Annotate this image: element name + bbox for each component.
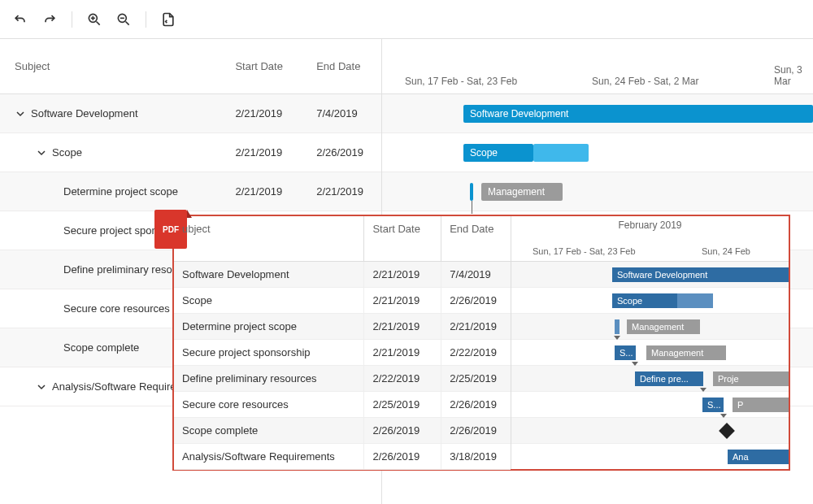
task-end: 7/4/2019 bbox=[316, 107, 381, 119]
pdf-row: Secure project sponsorship2/21/20192/22/… bbox=[174, 340, 511, 366]
gantt-bar[interactable]: Software Development bbox=[463, 105, 813, 123]
task-subject: Secure core resources bbox=[63, 302, 170, 315]
zoom-out-icon[interactable] bbox=[115, 11, 133, 28]
gantt-bar[interactable]: Scope bbox=[463, 144, 533, 162]
pdf-tick bbox=[615, 319, 620, 334]
pdf-header: ubject Start Date End Date bbox=[174, 216, 511, 262]
pdf-row: Define preliminary resources2/22/20192/2… bbox=[174, 366, 511, 392]
task-subject: Scope bbox=[52, 146, 82, 159]
pdf-bar: Proje bbox=[713, 371, 789, 386]
pdf-bar: Scope bbox=[612, 293, 677, 308]
task-row[interactable]: Scope 2/21/2019 2/26/2019 bbox=[0, 133, 381, 172]
col-subject[interactable]: Subject bbox=[0, 60, 235, 72]
toolbar bbox=[0, 0, 813, 39]
timeline-row: Management bbox=[382, 172, 813, 211]
chevron-down-icon[interactable] bbox=[36, 381, 47, 393]
task-subject: Define preliminary reso bbox=[63, 263, 172, 276]
task-subject: Analysis/Software Requiren bbox=[52, 380, 182, 393]
timeline-row: Scope bbox=[382, 133, 813, 172]
pdf-bar: Management bbox=[646, 345, 726, 360]
pdf-bar: Define pre... bbox=[635, 371, 703, 386]
timeline-header: Sun, 17 Feb - Sat, 23 Feb Sun, 24 Feb - … bbox=[382, 39, 813, 94]
pdf-row: Scope complete2/26/20192/26/2019 bbox=[174, 418, 511, 444]
gantt-bar-progress[interactable] bbox=[533, 144, 589, 162]
chevron-down-icon[interactable] bbox=[15, 108, 26, 119]
pdf-preview: PDF ubject Start Date End Date Software … bbox=[172, 215, 790, 471]
pdf-col-subject: ubject bbox=[174, 216, 364, 261]
pdf-bar: Ana bbox=[728, 450, 789, 464]
undo-icon[interactable] bbox=[11, 11, 29, 28]
task-row[interactable]: Software Development 2/21/2019 7/4/2019 bbox=[0, 94, 381, 133]
col-start[interactable]: Start Date bbox=[235, 60, 316, 72]
pdf-bar: P bbox=[733, 398, 789, 412]
task-start: 2/21/2019 bbox=[235, 107, 316, 119]
milestone-diamond bbox=[719, 423, 735, 439]
pdf-row: Analysis/Software Requirements2/26/20193… bbox=[174, 444, 511, 470]
redo-icon[interactable] bbox=[41, 11, 59, 28]
pdf-week: Sun, 17 Feb - Sat, 23 Feb bbox=[533, 246, 636, 256]
task-end: 2/21/2019 bbox=[316, 185, 381, 198]
pdf-timeline-header: February 2019 Sun, 17 Feb - Sat, 23 Feb … bbox=[511, 216, 789, 262]
col-end[interactable]: End Date bbox=[316, 60, 381, 72]
chevron-down-icon[interactable] bbox=[36, 147, 47, 159]
pdf-grid: ubject Start Date End Date Software Deve… bbox=[174, 216, 511, 469]
task-start: 2/21/2019 bbox=[235, 185, 316, 198]
pdf-row: Secure core resources2/25/20192/26/2019 bbox=[174, 392, 511, 418]
task-row[interactable]: Determine project scope 2/21/2019 2/21/2… bbox=[0, 172, 381, 211]
grid-header: Subject Start Date End Date bbox=[0, 39, 381, 94]
task-subject: Determine project scope bbox=[63, 185, 178, 198]
timeline-range: Sun, 17 Feb - Sat, 23 Feb bbox=[405, 76, 517, 87]
export-pdf-icon[interactable] bbox=[159, 11, 177, 28]
pdf-row: Scope2/21/20192/26/2019 bbox=[174, 288, 511, 314]
gantt-bar[interactable]: Management bbox=[481, 183, 563, 201]
task-subject: Secure project spons bbox=[63, 224, 163, 237]
milestone-tick[interactable] bbox=[470, 183, 473, 201]
pdf-month: February 2019 bbox=[511, 219, 789, 231]
pdf-row: Software Development2/21/20197/4/2019 bbox=[174, 262, 511, 288]
pdf-col-start: Start Date bbox=[364, 216, 441, 261]
pdf-bar: Management bbox=[627, 319, 700, 334]
pdf-week: Sun, 24 Feb bbox=[702, 246, 750, 256]
timeline-range: Sun, 24 Feb - Sat, 2 Mar bbox=[592, 76, 698, 87]
timeline-range: Sun, 3 Mar bbox=[774, 64, 813, 87]
pdf-row: Determine project scope2/21/20192/21/201… bbox=[174, 314, 511, 340]
pdf-bar: S... bbox=[702, 398, 724, 412]
timeline-row: Software Development bbox=[382, 94, 813, 133]
svg-line-5 bbox=[126, 21, 129, 24]
pdf-bar: Software Development bbox=[612, 267, 789, 282]
pdf-bar: S... bbox=[615, 345, 636, 360]
task-subject: Software Development bbox=[31, 107, 138, 119]
task-subject: Scope complete bbox=[63, 341, 139, 354]
svg-line-1 bbox=[97, 21, 100, 24]
pdf-col-end: End Date bbox=[441, 216, 511, 261]
zoom-in-icon[interactable] bbox=[85, 11, 103, 28]
task-start: 2/21/2019 bbox=[235, 146, 316, 159]
pdf-bar-progress bbox=[677, 293, 713, 308]
pdf-timeline: February 2019 Sun, 17 Feb - Sat, 23 Feb … bbox=[511, 216, 789, 469]
task-end: 2/26/2019 bbox=[316, 146, 381, 159]
